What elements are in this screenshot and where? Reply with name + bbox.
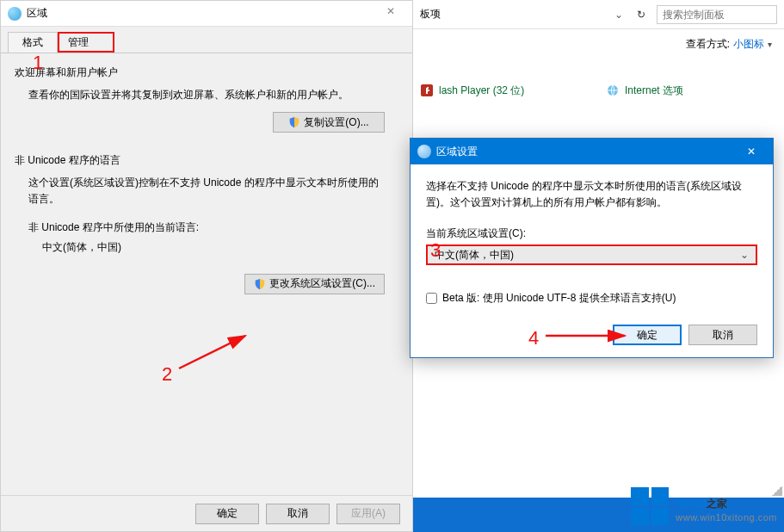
group-description: 查看你的国际设置并将其复制到欢迎屏幕、系统帐户和新的用户帐户。 (28, 87, 385, 103)
item-internet-options[interactable]: Internet 选项 (606, 81, 778, 100)
group-title: 欢迎屏幕和新用户帐户 (15, 65, 398, 80)
locale-label: 当前系统区域设置(C): (426, 226, 757, 241)
checkbox-input[interactable] (426, 293, 437, 304)
close-icon[interactable]: ✕ (733, 139, 769, 164)
group-description: 这个设置(系统区域设置)控制在不支持 Unicode 的程序中显示文本时所使用的… (28, 175, 385, 207)
globe-icon (8, 7, 22, 21)
cancel-button[interactable]: 取消 (266, 504, 330, 524)
chevron-down-icon: ⌄ (740, 249, 749, 261)
ok-button[interactable]: 确定 (613, 325, 682, 345)
item-label: Internet 选项 (625, 84, 683, 98)
dialog-title: 区域设置 (436, 145, 733, 159)
button-label: 复制设置(O)... (304, 115, 368, 130)
item-label: lash Player (32 位) (439, 84, 524, 98)
watermark-text: Win10之家 www.win10xitong.com (676, 490, 777, 523)
item-flash-player[interactable]: lash Player (32 位) (420, 81, 592, 100)
change-system-locale-button[interactable]: 更改系统区域设置(C)... (244, 274, 385, 294)
breadcrumb[interactable]: 板项 (417, 7, 607, 22)
globe-icon (417, 145, 431, 158)
shield-icon (288, 116, 300, 128)
shield-icon (254, 278, 266, 290)
view-by-bar: 查看方式: 小图标 ▾ (413, 29, 784, 59)
checkbox-label: Beta 版: 使用 Unicode UTF-8 提供全球语言支持(U) (442, 291, 676, 306)
titlebar: 区域 ✕ (1, 1, 412, 27)
group-welcome-screen: 欢迎屏幕和新用户帐户 查看你的国际设置并将其复制到欢迎屏幕、系统帐户和新的用户帐… (15, 65, 398, 133)
region-dialog: 区域 ✕ 格式 管理 欢迎屏幕和新用户帐户 查看你的国际设置并将其复制到欢迎屏幕… (0, 0, 413, 532)
group-title: 非 Unicode 程序的语言 (15, 153, 398, 168)
copy-settings-button[interactable]: 复制设置(O)... (273, 112, 385, 133)
locale-select[interactable]: 中文(简体，中国) ⌄ (426, 244, 757, 265)
description-text: 选择在不支持 Unicode 的程序中显示文本时所使用的语言(系统区域设置)。这… (426, 178, 757, 211)
internet-options-icon (606, 84, 620, 97)
toolbar: 板项 ⌄ ↻ (413, 0, 784, 29)
view-by-value[interactable]: 小图标 (733, 37, 764, 52)
dialog-title: 区域 (27, 6, 376, 21)
current-language-value: 中文(简体，中国) (42, 240, 385, 255)
tabs: 格式 管理 (1, 32, 412, 53)
tab-format[interactable]: 格式 (8, 32, 58, 53)
ok-button[interactable]: 确定 (195, 504, 259, 524)
watermark-logo: Win10之家 www.win10xitong.com (631, 487, 777, 525)
control-panel-items: lash Player (32 位) Internet 选项 (413, 59, 784, 100)
breadcrumb-dropdown-icon[interactable]: ⌄ (612, 9, 626, 21)
button-label: 更改系统区域设置(C)... (269, 276, 375, 291)
chevron-down-icon[interactable]: ▾ (768, 40, 772, 49)
current-language-label: 非 Unicode 程序中所使用的当前语言: (28, 220, 385, 235)
dialog-footer: 确定 取消 应用(A) (1, 495, 412, 531)
flash-icon (420, 84, 434, 97)
select-value: 中文(简体，中国) (435, 248, 514, 263)
close-icon[interactable]: ✕ (376, 5, 405, 22)
dialog-body: 选择在不支持 Unicode 的程序中显示文本时所使用的语言(系统区域设置)。这… (411, 164, 773, 357)
tab-admin-panel: 欢迎屏幕和新用户帐户 查看你的国际设置并将其复制到欢迎屏幕、系统帐户和新的用户帐… (1, 53, 412, 504)
view-by-label: 查看方式: (686, 37, 730, 52)
windows-logo-icon (631, 487, 669, 525)
tab-admin[interactable]: 管理 (58, 32, 114, 53)
cancel-button[interactable]: 取消 (688, 325, 757, 345)
refresh-icon[interactable]: ↻ (631, 9, 651, 21)
group-non-unicode: 非 Unicode 程序的语言 这个设置(系统区域设置)控制在不支持 Unico… (15, 153, 398, 294)
titlebar: 区域设置 ✕ (411, 139, 773, 164)
dialog-footer: 确定 取消 (426, 325, 757, 345)
apply-button[interactable]: 应用(A) (336, 504, 400, 524)
beta-utf8-checkbox[interactable]: Beta 版: 使用 Unicode UTF-8 提供全球语言支持(U) (426, 291, 757, 306)
search-input[interactable] (657, 5, 777, 24)
region-settings-dialog: 区域设置 ✕ 选择在不支持 Unicode 的程序中显示文本时所使用的语言(系统… (410, 138, 774, 358)
